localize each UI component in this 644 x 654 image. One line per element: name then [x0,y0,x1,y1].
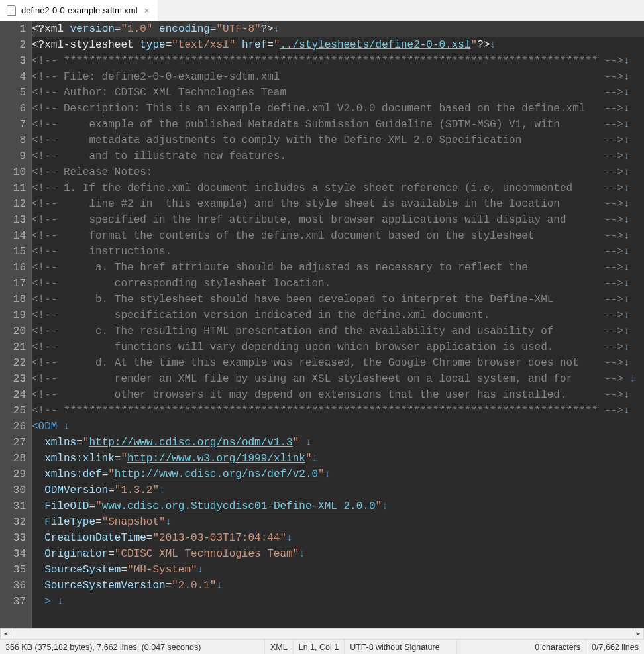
line-number: 3 [3,53,26,69]
code-line[interactable]: <?xml-stylesheet type="text/xsl" href=".… [32,37,644,53]
newline-glyph-icon: ↓ [623,278,630,290]
newline-glyph-icon: ↓ [623,230,630,242]
close-icon[interactable]: × [143,5,151,16]
newline-glyph-icon: ↓ [623,262,630,274]
line-number: 18 [3,292,26,307]
scroll-left-icon[interactable]: ◀ [0,628,11,639]
line-number: 16 [3,260,26,276]
line-number: 6 [3,101,26,117]
code-line[interactable]: <!-- 1. If the define.xml document inclu… [32,180,644,196]
line-number: 32 [3,514,26,530]
status-selection-chars: 0 characters [529,640,586,654]
line-number: 12 [3,196,26,212]
line-number: 37 [3,594,26,610]
newline-glyph-icon: ↓ [286,532,293,544]
code-line[interactable]: xmlns:xlink="http://www.w3.org/1999/xlin… [32,451,644,466]
line-number: 35 [3,562,26,578]
line-number: 1 [3,21,26,37]
file-icon [7,5,16,16]
code-line[interactable]: <!-- example of the published Metadata S… [32,117,644,133]
status-cursor-position[interactable]: Ln 1, Col 1 [294,640,345,654]
code-line[interactable]: FileOID="www.cdisc.org.Studycdisc01-Defi… [32,498,644,514]
code-line[interactable]: <!-- metadata adjustments to comply with… [32,133,644,148]
code-line[interactable]: <!-- c. The resulting HTML presentation … [32,323,644,339]
line-number: 19 [3,307,26,323]
code-line[interactable]: <!-- render an XML file by using an XSL … [32,371,644,387]
code-line[interactable]: <!-- specified in the href attribute, mo… [32,212,644,228]
newline-glyph-icon: ↓ [623,325,630,337]
newline-glyph-icon: ↓ [623,150,630,162]
line-number: 36 [3,578,26,594]
newline-glyph-icon: ↓ [274,23,280,35]
tab-filename: define2-0-0-example-sdtm.xml [21,5,138,15]
code-line[interactable]: <?xml version="1.0" encoding="UTF-8"?>↓ [32,21,644,37]
newline-glyph-icon: ↓ [216,580,223,592]
line-number: 23 [3,371,26,387]
code-line[interactable]: <!-- a. The href attribute should be adj… [32,260,644,276]
line-number: 5 [3,85,26,101]
newline-glyph-icon: ↓ [57,596,64,608]
line-number-gutter: 1234567891011121314151617181920212223242… [0,21,32,628]
code-line[interactable]: SourceSystemVersion="2.0.1"↓ [32,578,644,594]
code-line[interactable]: <ODM ↓ [32,419,644,435]
code-line[interactable]: SourceSystem="MH-System"↓ [32,562,644,578]
code-line[interactable]: > ↓ [32,594,644,610]
code-area[interactable]: <?xml version="1.0" encoding="UTF-8"?>↓<… [32,21,644,628]
line-number: 27 [3,435,26,451]
code-line[interactable]: <!-- d. At the time this example was rel… [32,355,644,371]
scroll-track[interactable] [11,628,633,639]
code-line[interactable]: xmlns="http://www.cdisc.org/ns/odm/v1.3"… [32,435,644,451]
newline-glyph-icon: ↓ [299,548,305,560]
newline-glyph-icon: ↓ [197,564,204,576]
code-line[interactable]: <!-- functions will vary depending upon … [32,339,644,355]
code-line[interactable]: xmlns:def="http://www.cdisc.org/ns/def/v… [32,466,644,482]
newline-glyph-icon: ↓ [623,135,630,146]
code-line[interactable]: <!-- b. The stylesheet should have been … [32,292,644,307]
line-number: 21 [3,339,26,355]
code-line[interactable]: <!-- instructions. -->↓ [32,244,644,260]
editor[interactable]: 1234567891011121314151617181920212223242… [0,21,644,628]
status-bar: 366 KB (375,182 bytes), 7,662 lines. (0.… [0,639,644,654]
code-line[interactable]: <!-- line #2 in this example) and the st… [32,196,644,212]
newline-glyph-icon: ↓ [623,103,630,115]
newline-glyph-icon: ↓ [623,87,630,99]
newline-glyph-icon: ↓ [382,500,388,512]
code-line[interactable]: <!-- Author: CDISC XML Technologies Team… [32,85,644,101]
line-number: 25 [3,403,26,419]
code-line[interactable]: ODMVersion="1.3.2"↓ [32,482,644,498]
tab-file[interactable]: define2-0-0-example-sdtm.xml × [0,0,158,21]
code-line[interactable]: <!-- format the contents of the define.x… [32,228,644,244]
newline-glyph-icon: ↓ [159,484,166,496]
newline-glyph-icon: ↓ [623,182,630,194]
line-number: 4 [3,69,26,85]
code-line[interactable]: <!-- Description: This is an example def… [32,101,644,117]
code-line[interactable]: <!-- and to illustrate new features. -->… [32,148,644,164]
line-number: 9 [3,148,26,164]
status-selection-lines: 0/7,662 lines [586,640,644,654]
newline-glyph-icon: ↓ [623,309,630,321]
code-line[interactable]: <!-- ***********************************… [32,403,644,419]
code-line[interactable]: <!-- File: define2-0-0-example-sdtm.xml … [32,69,644,85]
code-line[interactable]: FileType="Snapshot"↓ [32,514,644,530]
code-line[interactable]: Originator="CDISC XML Technologies Team"… [32,546,644,562]
status-fileinfo: 366 KB (375,182 bytes), 7,662 lines. (0.… [0,640,265,654]
code-line[interactable]: <!-- Release Notes: -->↓ [32,164,644,180]
code-line[interactable]: <!-- other browsers it may depend on ext… [32,387,644,403]
code-line[interactable]: <!-- ***********************************… [32,53,644,69]
newline-glyph-icon: ↓ [623,166,630,178]
status-language[interactable]: XML [265,640,294,654]
horizontal-scrollbar[interactable]: ◀ ▶ [0,628,644,639]
newline-glyph-icon: ↓ [623,71,630,83]
code-line[interactable]: CreationDateTime="2013-03-03T17:04:44"↓ [32,530,644,546]
code-line[interactable]: <!-- specification version indicated in … [32,307,644,323]
newline-glyph-icon: ↓ [305,437,312,449]
status-encoding[interactable]: UTF-8 without Signature [345,640,457,654]
newline-glyph-icon: ↓ [64,421,70,433]
line-number: 31 [3,498,26,514]
newline-glyph-icon: ↓ [623,214,630,226]
line-number: 26 [3,419,26,435]
scroll-right-icon[interactable]: ▶ [633,628,644,639]
line-number: 20 [3,323,26,339]
line-number: 28 [3,451,26,466]
code-line[interactable]: <!-- corresponding stylesheet location. … [32,276,644,292]
